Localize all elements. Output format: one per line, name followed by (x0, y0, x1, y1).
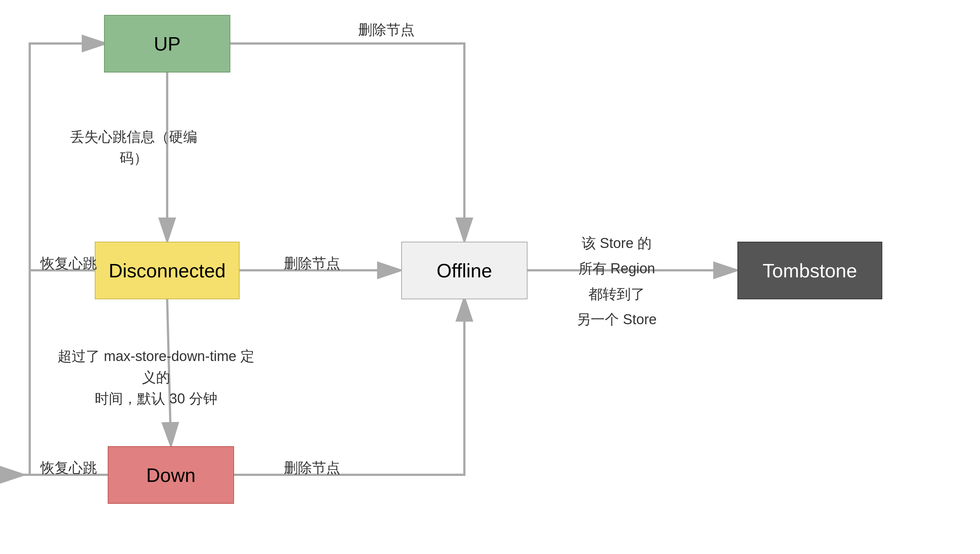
state-offline: Offline (401, 242, 528, 299)
state-down: Down (108, 446, 234, 504)
delete-node-down-label: 删除节点 (260, 457, 364, 479)
offline-label: Offline (436, 260, 492, 282)
lost-heartbeat-label: 丢失心跳信息（硬编码） (59, 126, 208, 169)
delete-node-top-label: 删除节点 (334, 19, 438, 40)
tombstone-label: Tombstone (763, 260, 857, 282)
state-tombstone: Tombstone (737, 242, 882, 299)
state-disconnected: Disconnected (95, 242, 240, 299)
timeout-label: 超过了 max-store-down-time 定义的时间，默认 30 分钟 (52, 346, 260, 409)
tombstone-condition-label: 该 Store 的所有 Region都转到了另一个 Store (535, 230, 698, 332)
restore-heartbeat-bottom-label: 恢复心跳 (35, 457, 102, 479)
disconnected-label: Disconnected (108, 260, 226, 282)
delete-node-middle-label: 删除节点 (260, 253, 364, 274)
state-up: UP (104, 15, 230, 72)
up-label: UP (154, 33, 181, 55)
restore-heartbeat-top-label: 恢复心跳 (35, 253, 102, 274)
down-label: Down (146, 464, 196, 486)
diagram: UP Disconnected Offline Tombstone Down 丢… (0, 0, 980, 554)
